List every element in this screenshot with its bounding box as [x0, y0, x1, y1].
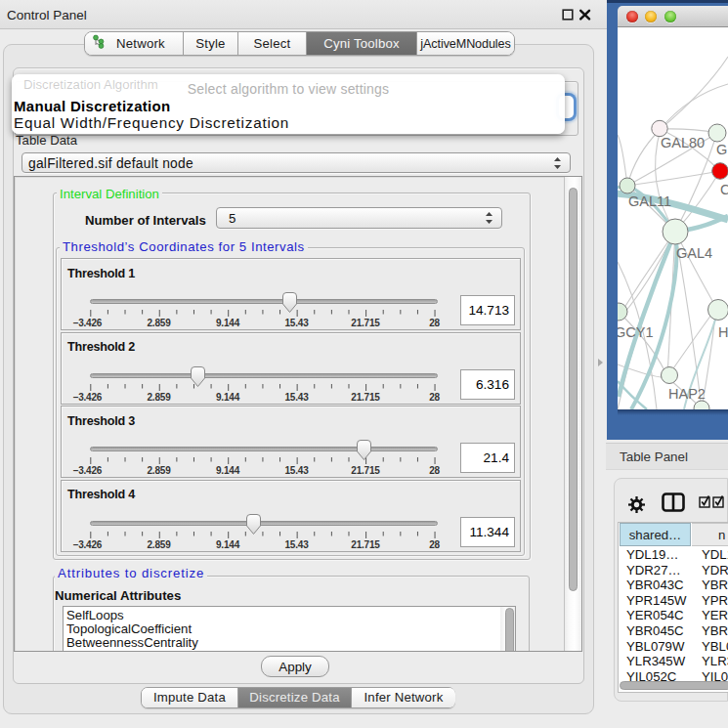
svg-text:GAL80: GAL80: [661, 135, 705, 150]
svg-text:C: C: [720, 182, 728, 197]
svg-text:GCY1: GCY1: [618, 324, 654, 340]
svg-text:G: G: [716, 142, 727, 157]
svg-text:H: H: [718, 324, 728, 340]
svg-text:GAL11: GAL11: [628, 193, 671, 209]
svg-text:HAP2: HAP2: [668, 386, 706, 402]
svg-text:GAL4: GAL4: [676, 245, 712, 261]
